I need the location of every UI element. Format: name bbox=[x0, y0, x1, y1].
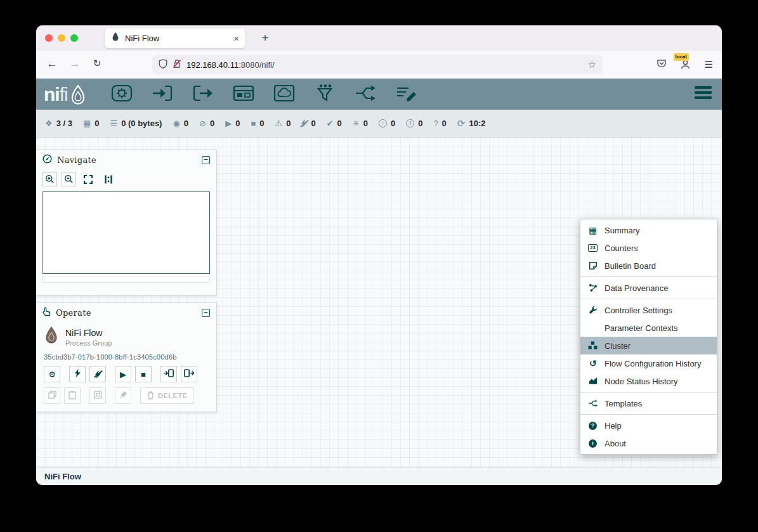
profile-avatar[interactable]: local bbox=[680, 59, 691, 70]
menu-item-node-status-history[interactable]: Node Status History bbox=[580, 372, 717, 390]
new-tab-button[interactable]: + bbox=[257, 30, 273, 46]
table-icon: ▦ bbox=[587, 225, 598, 235]
shield-icon[interactable] bbox=[159, 59, 167, 71]
brush-icon bbox=[119, 391, 127, 401]
minimize-window-button[interactable] bbox=[58, 34, 65, 42]
group-out-button[interactable] bbox=[181, 366, 197, 382]
paste-button[interactable] bbox=[64, 387, 81, 404]
menu-item-summary[interactable]: ▦Summary bbox=[580, 221, 717, 239]
up-to-date-count: 0 bbox=[337, 119, 342, 128]
nifi-drop-icon bbox=[69, 84, 87, 107]
fill-color-button[interactable] bbox=[115, 387, 131, 404]
menu-item-cluster[interactable]: Cluster bbox=[580, 337, 717, 354]
start-button[interactable]: ▶ bbox=[115, 366, 131, 382]
group-in-button[interactable] bbox=[160, 366, 177, 382]
operate-buttons-row-2: DELETE bbox=[36, 382, 216, 404]
invalid-status: ⚠0 bbox=[275, 119, 291, 128]
refresh-time: 10:2 bbox=[469, 119, 485, 128]
menu-divider bbox=[580, 299, 717, 299]
disable-button[interactable] bbox=[89, 366, 106, 382]
chart-icon bbox=[587, 377, 598, 386]
operate-panel: Operate – NiFi Flow Process Group 35cbd3… bbox=[36, 302, 217, 412]
collapse-operate-button[interactable]: – bbox=[202, 309, 210, 317]
zoom-fit-button[interactable] bbox=[81, 172, 95, 186]
logo-text-ni: ni bbox=[44, 84, 60, 105]
compass-icon bbox=[42, 154, 52, 166]
birdseye-minimap[interactable] bbox=[42, 191, 210, 274]
menu-item-bulletin-board[interactable]: Bulletin Board bbox=[580, 257, 717, 275]
sticky-note-icon bbox=[587, 261, 598, 270]
processor-component-button[interactable] bbox=[110, 84, 134, 105]
zoom-actual-size-button[interactable] bbox=[101, 172, 115, 186]
disabled-icon bbox=[301, 119, 307, 127]
flow-canvas[interactable]: Navigate – Operate – NiFi Flow bbox=[36, 138, 722, 467]
nav-right-icons: local ☰ bbox=[657, 51, 713, 79]
funnel-icon bbox=[313, 83, 336, 106]
browser-tab[interactable]: NiFi Flow × bbox=[105, 29, 245, 48]
bookmark-star-icon[interactable]: ☆ bbox=[588, 59, 596, 70]
global-menu-button[interactable] bbox=[695, 86, 712, 101]
menu-item-help[interactable]: ?Help bbox=[580, 417, 717, 434]
refresh-status[interactable]: ⟳ 10:2 bbox=[457, 118, 486, 129]
label-component-button[interactable] bbox=[394, 84, 418, 105]
selected-flow-type: Process Group bbox=[65, 339, 112, 347]
template-component-button[interactable] bbox=[353, 84, 377, 105]
url-bar[interactable]: 192.168.40.11:8080/nifi/ ☆ bbox=[152, 55, 603, 74]
pocket-icon[interactable] bbox=[657, 59, 667, 71]
process-group-component-button[interactable] bbox=[232, 84, 256, 105]
menu-item-label: About bbox=[604, 439, 626, 448]
output-port-component-button[interactable] bbox=[191, 84, 215, 105]
cluster-icon: ❖ bbox=[45, 119, 53, 128]
locally-modified-stale-count: 0 bbox=[418, 119, 422, 128]
zoom-window-button[interactable] bbox=[70, 34, 78, 42]
menu-item-label: Controller Settings bbox=[604, 306, 672, 315]
window-controls bbox=[45, 34, 78, 42]
breadcrumb-nifi-flow[interactable]: NiFi Flow bbox=[44, 472, 81, 481]
stop-button[interactable]: ■ bbox=[135, 366, 152, 382]
menu-item-flow-configuration-history[interactable]: ↺Flow Configuration History bbox=[580, 354, 717, 372]
stale-status: ↑0 bbox=[379, 119, 395, 128]
delete-button[interactable]: DELETE bbox=[140, 387, 194, 404]
menu-item-parameter-contexts[interactable]: Parameter Contexts bbox=[580, 319, 717, 337]
menu-item-data-provenance[interactable]: Data Provenance bbox=[580, 279, 717, 297]
profile-badge: local bbox=[674, 53, 689, 61]
browser-nav-bar: ← → ↻ 192.168.40.11:8080/nifi/ ☆ local ☰ bbox=[36, 51, 722, 79]
reload-icon[interactable]: ↻ bbox=[90, 58, 104, 69]
navigate-toolbar bbox=[36, 169, 216, 188]
not-transmitting-count: 0 bbox=[210, 119, 214, 128]
template-box-icon bbox=[94, 391, 102, 401]
close-window-button[interactable] bbox=[45, 34, 53, 42]
forward-icon[interactable]: → bbox=[68, 58, 82, 70]
back-icon[interactable]: ← bbox=[45, 58, 59, 70]
copy-button[interactable] bbox=[44, 387, 60, 404]
status-bar: ❖ 3 / 3 ▦ 0 ☰ 0 (0 bytes) ◉0⊘0▶0■0⚠00✔0✳… bbox=[36, 110, 722, 138]
remote-process-group-icon bbox=[273, 83, 296, 106]
up-to-date-icon: ✔ bbox=[327, 119, 334, 128]
menu-item-label: Flow Configuration History bbox=[604, 359, 701, 368]
breadcrumb-bar: NiFi Flow bbox=[36, 467, 722, 485]
menu-item-counters[interactable]: 23Counters bbox=[580, 239, 717, 257]
refresh-icon[interactable]: ⟳ bbox=[457, 118, 466, 129]
menu-item-templates[interactable]: Templates bbox=[580, 394, 717, 412]
menu-item-controller-settings[interactable]: Controller Settings bbox=[580, 301, 717, 319]
disabled-count: 0 bbox=[311, 119, 315, 128]
create-template-button[interactable] bbox=[89, 387, 106, 404]
remote-process-group-component-button[interactable] bbox=[272, 84, 296, 105]
menu-item-about[interactable]: iAbout bbox=[580, 434, 717, 452]
broken-lock-icon[interactable] bbox=[173, 59, 181, 71]
configuration-button[interactable]: ⚙ bbox=[44, 366, 60, 382]
tab-close-button[interactable]: × bbox=[233, 33, 239, 44]
process-group-drop-icon bbox=[44, 326, 59, 348]
selected-flow-name: NiFi Flow bbox=[65, 328, 112, 338]
birdseye-slider[interactable] bbox=[42, 276, 210, 283]
funnel-component-button[interactable] bbox=[313, 84, 337, 105]
collapse-navigate-button[interactable]: – bbox=[202, 156, 210, 164]
browser-menu-icon[interactable]: ☰ bbox=[705, 59, 713, 70]
invalid-count: 0 bbox=[286, 119, 291, 128]
zoom-in-button[interactable] bbox=[42, 172, 57, 186]
invalid-icon: ⚠ bbox=[275, 119, 283, 128]
input-port-component-button[interactable] bbox=[150, 84, 174, 105]
zoom-out-button[interactable] bbox=[62, 172, 76, 186]
locally-modified-count: 0 bbox=[363, 119, 368, 128]
enable-button[interactable] bbox=[69, 366, 86, 382]
